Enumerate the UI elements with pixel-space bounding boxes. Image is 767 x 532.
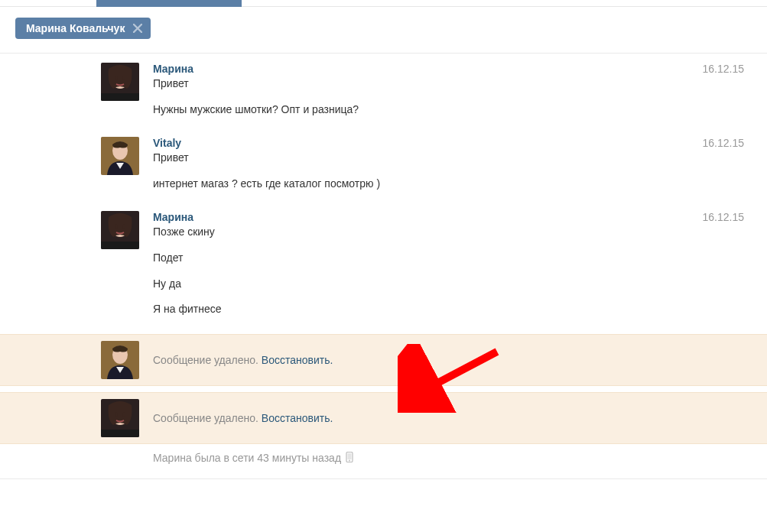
status-text: Марина была в сети 43 минуты назад [153,452,341,464]
filter-chip-bar: Марина Ковальчук [0,7,767,54]
dialog-page: Марина Ковальчук [0,0,767,479]
message-text: Привет [153,76,643,92]
message-author[interactable]: Марина [153,211,643,223]
svg-point-16 [115,412,118,416]
deleted-message-row: Сообщение удалено. Восстановить. [0,392,767,444]
message-row[interactable]: Марина Позже скину Подет Ну да Я на фитн… [0,202,767,327]
svg-point-10 [122,225,125,229]
deleted-text: Сообщение удалено. [153,354,262,366]
avatar[interactable] [101,341,139,379]
restore-link[interactable]: Восстановить. [262,354,333,366]
avatar[interactable] [101,399,139,437]
close-icon[interactable] [132,23,143,34]
svg-rect-18 [101,430,139,437]
svg-rect-20 [348,453,352,459]
message-author[interactable]: Марина [153,63,643,75]
message-text: Позже скину [153,225,643,240]
svg-point-3 [122,76,125,80]
restore-link[interactable]: Восстановить. [262,412,333,424]
message-date: 16.12.15 [652,211,744,327]
message-row[interactable]: Марина Привет Нужны мужские шмотки? Опт … [0,54,767,128]
message-date: 16.12.15 [652,137,744,202]
avatar[interactable] [101,137,139,175]
active-tab-indicator[interactable] [96,0,242,7]
svg-rect-11 [101,242,139,249]
mobile-icon [346,452,353,465]
message-author[interactable]: Vitaly [153,137,643,149]
status-line: Марина была в сети 43 минуты назад [0,444,767,479]
svg-point-9 [115,225,118,229]
messages-list: Марина Привет Нужны мужские шмотки? Опт … [0,54,767,479]
message-text: Ну да [153,277,643,292]
svg-point-21 [349,459,350,461]
avatar[interactable] [101,63,139,101]
message-text: Подет [153,251,643,266]
deleted-message-row: Сообщение удалено. Восстановить. [0,334,767,386]
message-text: Привет [153,151,643,166]
svg-point-2 [115,76,118,80]
message-text: Я на фитнесе [153,302,643,317]
message-date: 16.12.15 [652,63,744,128]
chip-label: Марина Ковальчук [26,22,125,34]
dialog-user-chip[interactable]: Марина Ковальчук [15,18,151,39]
deleted-text: Сообщение удалено. [153,412,262,424]
message-text: Нужны мужские шмотки? Опт и разница? [153,102,643,118]
message-row[interactable]: Vitaly Привет интернет магаз ? есть где … [0,128,767,202]
svg-rect-4 [101,93,139,101]
svg-point-17 [122,412,125,416]
avatar[interactable] [101,211,139,249]
top-tab-bar [0,0,767,7]
message-text: интернет магаз ? есть где каталог посмот… [153,177,643,192]
